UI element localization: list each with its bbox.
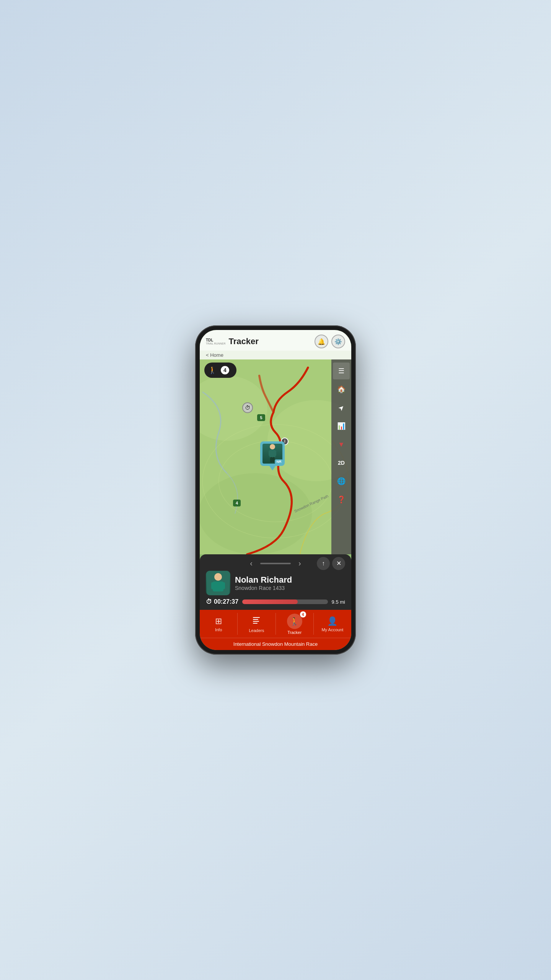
svg-rect-20 <box>253 623 258 624</box>
tab-info[interactable]: ⊞ Info <box>200 610 237 638</box>
info-panel: ‹ › ↑ ✕ <box>200 554 351 610</box>
tab-bar: ⊞ Info Leaders 🚶 <box>200 610 351 638</box>
notification-button[interactable]: 🔔 <box>315 335 328 348</box>
svg-rect-16 <box>221 582 225 589</box>
svg-rect-15 <box>211 582 215 589</box>
svg-rect-18 <box>253 619 258 620</box>
svg-rect-9 <box>274 451 276 456</box>
tracker-tab-label: Tracker <box>287 630 302 635</box>
map-sidebar: ☰ 🏠 ➤ 📊 ▼ 2D 🌐 <box>331 359 351 554</box>
account-tab-icon: 👤 <box>327 616 337 626</box>
panel-header: Nolan Richard Snowdon Race 1433 <box>206 571 345 595</box>
header: TDL TRAIL RUNNER Tracker 🔔 ⚙️ <box>200 330 351 351</box>
close-button[interactable]: ✕ <box>332 557 345 570</box>
svg-rect-17 <box>253 617 260 618</box>
stats-row: ⏱ 00:27:37 9.5 mi <box>206 598 345 605</box>
hamburger-icon: ☰ <box>338 367 344 375</box>
clock-icon: ⏱ <box>206 598 212 605</box>
svg-point-13 <box>214 573 222 581</box>
arrow-icon: ➤ <box>336 403 346 413</box>
athlete-avatar <box>206 571 230 595</box>
phone-frame: TDL TRAIL RUNNER Tracker 🔔 ⚙️ < Home <box>195 325 356 655</box>
view-2d-button[interactable]: 2D <box>333 454 350 471</box>
elapsed-time: ⏱ 00:27:37 <box>206 598 238 605</box>
navigate-button[interactable]: ➤ <box>333 399 350 416</box>
info-tab-label: Info <box>215 627 222 632</box>
clock-marker: ⏱ <box>242 402 253 413</box>
map-area[interactable]: 🚶 4 5 4 ⏱ i <box>200 359 351 554</box>
checkpoint-5: 5 <box>257 414 265 421</box>
2d-label: 2D <box>338 460 345 466</box>
header-left: TDL TRAIL RUNNER Tracker <box>206 336 259 346</box>
distance-label: 9.5 mi <box>332 599 345 605</box>
menu-button[interactable]: ☰ <box>333 363 350 379</box>
athlete-info: Nolan Richard Snowdon Race 1433 <box>235 575 292 591</box>
header-icons: 🔔 ⚙️ <box>315 335 345 348</box>
tab-account[interactable]: 👤 My Account <box>314 610 351 638</box>
close-icon: ✕ <box>336 560 341 567</box>
progress-fill <box>242 599 298 604</box>
compass-button[interactable]: ▼ <box>333 436 350 453</box>
stopwatch-icon: ⏱ <box>245 405 250 411</box>
tab-leaders[interactable]: Leaders <box>238 610 275 638</box>
globe-icon: 🌐 <box>337 477 346 485</box>
tracker-tab-badge: 4 <box>300 611 306 617</box>
drag-handle <box>260 563 291 564</box>
compass-icon: ▼ <box>338 441 345 449</box>
svg-point-6 <box>270 444 275 449</box>
help-button[interactable]: ❓ <box>333 491 350 508</box>
tracker-count: 4 <box>220 365 230 376</box>
share-button[interactable]: ↑ <box>317 557 330 570</box>
share-icon: ↑ <box>322 560 325 567</box>
svg-rect-19 <box>253 621 259 622</box>
back-nav[interactable]: < Home <box>200 351 351 359</box>
leaders-tab-label: Leaders <box>249 628 264 633</box>
account-tab-label: My Account <box>321 627 343 632</box>
page-title: Tracker <box>228 336 258 346</box>
prev-button[interactable]: ‹ <box>242 559 260 568</box>
home-icon: 🏠 <box>337 385 346 394</box>
svg-point-3 <box>200 473 312 554</box>
walker-icon: 🚶 <box>208 366 217 374</box>
chart-icon: 📊 <box>337 422 346 430</box>
svg-rect-8 <box>269 451 271 456</box>
phone-screen: TDL TRAIL RUNNER Tracker 🔔 ⚙️ < Home <box>200 330 351 650</box>
chart-button[interactable]: 📊 <box>333 418 350 434</box>
bell-icon: 🔔 <box>318 338 325 345</box>
info-tab-icon: ⊞ <box>215 616 222 626</box>
gear-icon: ⚙️ <box>334 338 342 345</box>
leaders-tab-icon <box>252 616 261 627</box>
settings-button[interactable]: ⚙️ <box>331 335 345 348</box>
home-button[interactable]: 🏠 <box>333 381 350 398</box>
tracker-tab-icon: 🚶 4 <box>287 614 302 629</box>
race-name: Snowdon Race 1433 <box>235 585 292 591</box>
tracker-badge[interactable]: 🚶 4 <box>204 363 236 378</box>
marker-tail <box>269 466 276 470</box>
app-logo: TDL TRAIL RUNNER <box>206 338 225 345</box>
map-marker[interactable]: i NR <box>260 441 285 470</box>
globe-button[interactable]: 🌐 <box>333 473 350 490</box>
next-button[interactable]: › <box>291 559 309 568</box>
marker-photo: NR <box>260 441 285 466</box>
tab-tracker[interactable]: 🚶 4 Tracker <box>276 610 313 638</box>
checkpoint-4: 4 <box>233 500 241 506</box>
svg-rect-10 <box>270 457 272 462</box>
athlete-name: Nolan Richard <box>235 575 292 585</box>
progress-bar <box>242 599 328 604</box>
athlete-initials-badge: NR <box>275 459 283 464</box>
question-icon: ❓ <box>337 495 346 504</box>
bottom-banner: International Snowdon Mountain Race <box>200 638 351 650</box>
